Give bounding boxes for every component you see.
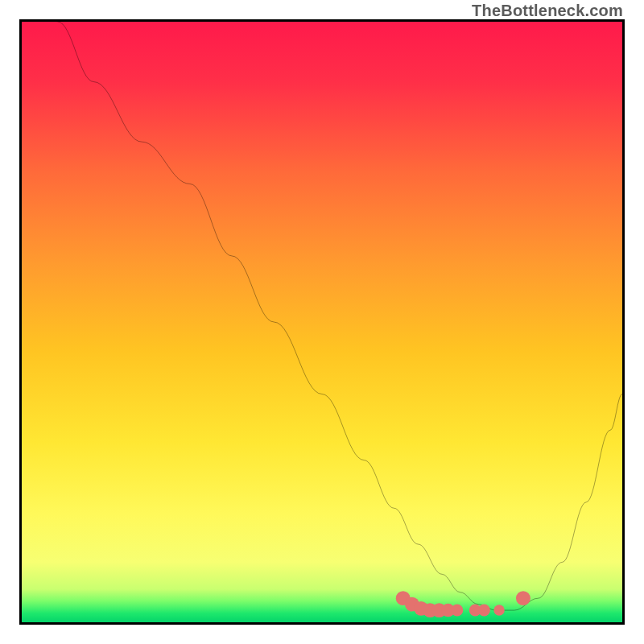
curve-marker	[516, 591, 530, 605]
marker-layer	[396, 591, 530, 617]
plot-area	[19, 19, 625, 625]
curve-marker	[493, 605, 504, 615]
watermark-text: TheBottleneck.com	[472, 2, 623, 20]
curve-marker	[451, 605, 463, 617]
curve-marker	[478, 605, 490, 617]
bottleneck-curve	[22, 22, 622, 610]
chart-container: TheBottleneck.com	[0, 0, 644, 644]
curve-layer	[22, 22, 622, 622]
